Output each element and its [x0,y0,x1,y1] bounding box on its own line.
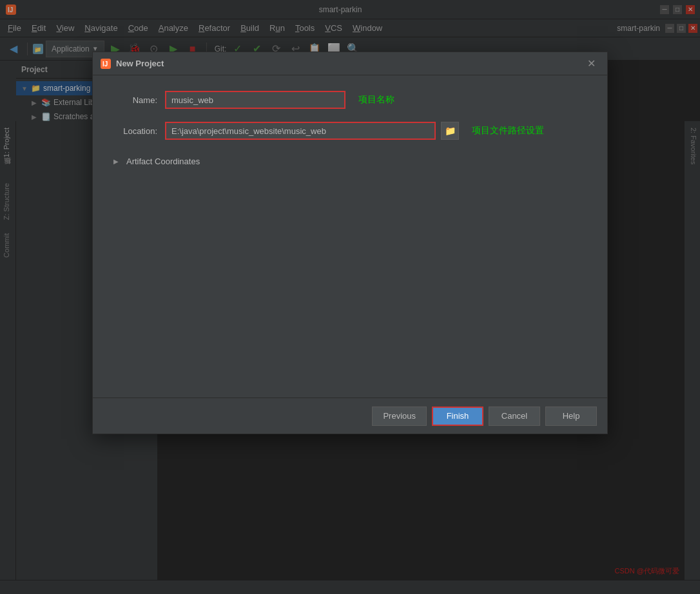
name-annotation: 项目名称 [358,94,394,106]
previous-button[interactable]: Previous [372,407,427,426]
artifact-label: Artifact Coordinates [126,157,200,166]
dialog-titlebar: IJ New Project ✕ [93,52,607,75]
form-row-location: Location: 📁 项目文件路径设置 [113,122,587,140]
svg-text:IJ: IJ [102,61,108,68]
dialog-content: Name: 项目名称 Location: 📁 项目文件路径设置 [93,75,607,398]
dialog-title: New Project [116,59,583,68]
help-button[interactable]: Help [545,407,597,426]
finish-button[interactable]: Finish [432,407,483,426]
artifact-arrow-icon: ▶ [113,158,124,165]
name-label: Name: [113,95,165,105]
folder-browse-icon: 📁 [445,126,456,136]
location-annotation: 项目文件路径设置 [472,125,544,137]
location-input[interactable] [165,122,436,140]
name-input-wrapper: 项目名称 [165,91,587,109]
dialog-logo: IJ [101,59,111,69]
dialog-close-button[interactable]: ✕ [583,56,599,71]
cancel-button[interactable]: Cancel [489,407,540,426]
location-label: Location: [113,126,165,136]
ide-window: IJ smart-parkin ─ □ ✕ File Edit View Nav… [0,0,700,594]
dialog-footer: Previous Finish Cancel Help [93,398,607,434]
form-row-name: Name: 项目名称 [113,91,587,109]
new-project-dialog: IJ New Project ✕ Name: 项目名称 [92,52,608,434]
artifact-coordinates-row[interactable]: ▶ Artifact Coordinates [113,153,587,170]
name-input[interactable] [165,91,345,109]
dialog-overlay: IJ New Project ✕ Name: 项目名称 [0,0,700,594]
location-input-wrapper: 📁 项目文件路径设置 [165,122,587,140]
folder-browse-button[interactable]: 📁 [441,122,459,140]
